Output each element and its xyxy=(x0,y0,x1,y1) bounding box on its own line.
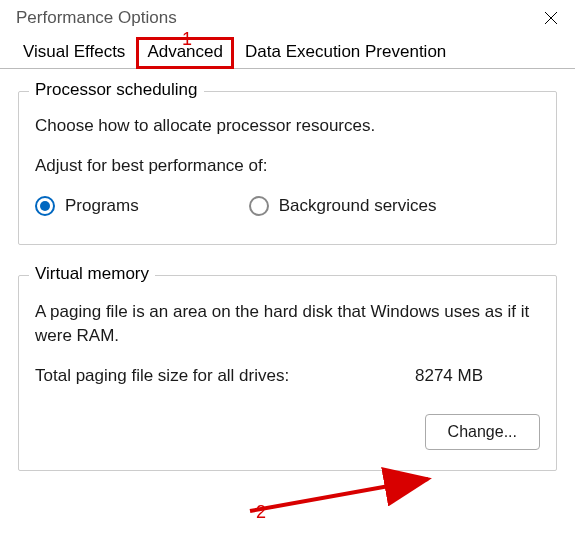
vm-total-label: Total paging file size for all drives: xyxy=(35,366,415,386)
tab-visual-effects[interactable]: Visual Effects xyxy=(12,37,136,69)
button-row: Change... xyxy=(35,414,540,450)
group-title: Virtual memory xyxy=(29,264,155,284)
adjust-label: Adjust for best performance of: xyxy=(35,156,540,176)
group-virtual-memory: Virtual memory A paging file is an area … xyxy=(18,275,557,471)
button-label: Change... xyxy=(448,423,517,440)
radio-row: Programs Background services xyxy=(35,196,540,216)
vm-total-row: Total paging file size for all drives: 8… xyxy=(35,366,540,386)
close-icon xyxy=(544,11,558,25)
svg-line-3 xyxy=(250,479,428,511)
tab-advanced[interactable]: Advanced xyxy=(136,37,234,69)
panel-body: Processor scheduling Choose how to alloc… xyxy=(0,68,575,471)
change-button[interactable]: Change... xyxy=(425,414,540,450)
close-button[interactable] xyxy=(539,6,563,30)
tab-dep[interactable]: Data Execution Prevention xyxy=(234,37,457,69)
processor-description: Choose how to allocate processor resourc… xyxy=(35,116,540,136)
radio-label: Programs xyxy=(65,196,139,216)
radio-icon xyxy=(249,196,269,216)
tab-label: Visual Effects xyxy=(23,42,125,61)
radio-label: Background services xyxy=(279,196,437,216)
title-bar: Performance Options xyxy=(0,0,575,34)
window-title: Performance Options xyxy=(16,8,177,28)
annotation-arrow xyxy=(250,471,440,524)
tab-label: Advanced xyxy=(147,42,223,61)
group-processor-scheduling: Processor scheduling Choose how to alloc… xyxy=(18,91,557,245)
tab-strip: Visual Effects Advanced Data Execution P… xyxy=(0,34,575,68)
group-title: Processor scheduling xyxy=(29,80,204,100)
vm-description: A paging file is an area on the hard dis… xyxy=(35,300,540,348)
vm-total-value: 8274 MB xyxy=(415,366,483,386)
radio-programs[interactable]: Programs xyxy=(35,196,139,216)
radio-background-services[interactable]: Background services xyxy=(249,196,437,216)
radio-icon xyxy=(35,196,55,216)
annotation-callout-2: 2 xyxy=(256,502,266,523)
tab-label: Data Execution Prevention xyxy=(245,42,446,61)
